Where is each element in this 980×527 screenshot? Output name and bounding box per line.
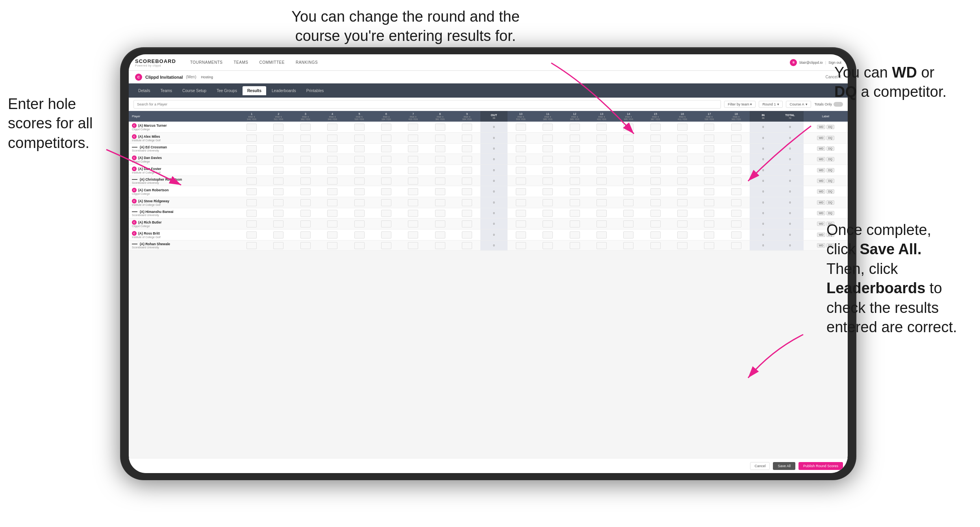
hole-12-input[interactable] bbox=[570, 220, 580, 227]
hole-15-input[interactable] bbox=[650, 188, 661, 195]
hole-10-input[interactable] bbox=[516, 124, 526, 131]
hole-14-input[interactable] bbox=[623, 242, 634, 249]
hole-17-input[interactable] bbox=[704, 242, 714, 249]
hole-12-input[interactable] bbox=[570, 135, 580, 142]
hole-18-input[interactable] bbox=[731, 145, 741, 152]
wd-button[interactable]: WD bbox=[817, 136, 826, 140]
nav-link-teams[interactable]: TEAMS bbox=[232, 59, 250, 65]
hole-16-input[interactable] bbox=[677, 188, 687, 195]
hole-13-input[interactable] bbox=[597, 188, 607, 195]
hole-13-input[interactable] bbox=[597, 178, 607, 185]
hole-4-input[interactable] bbox=[327, 231, 337, 239]
hole-8-input[interactable] bbox=[435, 220, 445, 227]
tab-printables[interactable]: Printables bbox=[302, 86, 328, 95]
wd-button[interactable]: WD bbox=[817, 222, 826, 226]
hole-11-input[interactable] bbox=[543, 242, 553, 249]
hole-16-input[interactable] bbox=[677, 210, 687, 217]
hole-14-input[interactable] bbox=[623, 220, 634, 227]
hole-6-input[interactable] bbox=[381, 242, 391, 249]
hole-13-input[interactable] bbox=[597, 167, 607, 174]
hole-12-input[interactable] bbox=[570, 145, 580, 152]
hole-3-input[interactable] bbox=[300, 220, 311, 227]
hole-14-input[interactable] bbox=[623, 135, 634, 142]
hole-12-input[interactable] bbox=[570, 242, 580, 249]
hole-2-input[interactable] bbox=[273, 199, 283, 206]
hole-2-input[interactable] bbox=[273, 145, 283, 152]
hole-6-input[interactable] bbox=[381, 199, 391, 206]
wd-button[interactable]: WD bbox=[817, 146, 826, 151]
hole-12-input[interactable] bbox=[570, 167, 580, 174]
hole-16-input[interactable] bbox=[677, 178, 687, 185]
hole-18-input[interactable] bbox=[731, 156, 741, 163]
hole-3-input[interactable] bbox=[300, 188, 311, 195]
hole-9-input[interactable] bbox=[462, 188, 472, 195]
hole-1-input[interactable] bbox=[246, 145, 257, 152]
hole-9-input[interactable] bbox=[462, 124, 472, 131]
hole-7-input[interactable] bbox=[408, 199, 418, 206]
hole-17-input[interactable] bbox=[704, 210, 714, 217]
tab-leaderboards[interactable]: Leaderboards bbox=[267, 86, 301, 95]
hole-5-input[interactable] bbox=[354, 199, 365, 206]
hole-10-input[interactable] bbox=[516, 199, 526, 206]
hole-4-input[interactable] bbox=[327, 124, 337, 131]
hole-18-input[interactable] bbox=[731, 167, 741, 174]
hole-16-input[interactable] bbox=[677, 167, 687, 174]
hole-17-input[interactable] bbox=[704, 220, 714, 227]
hole-4-input[interactable] bbox=[327, 135, 337, 142]
hole-5-input[interactable] bbox=[354, 210, 365, 217]
hole-13-input[interactable] bbox=[597, 124, 607, 131]
hole-11-input[interactable] bbox=[543, 124, 553, 131]
hole-14-input[interactable] bbox=[623, 231, 634, 239]
hole-2-input[interactable] bbox=[273, 156, 283, 163]
cancel-footer-button[interactable]: Cancel bbox=[750, 462, 770, 470]
hole-13-input[interactable] bbox=[597, 210, 607, 217]
hole-9-input[interactable] bbox=[462, 145, 472, 152]
hole-11-input[interactable] bbox=[543, 220, 553, 227]
hole-9-input[interactable] bbox=[462, 210, 472, 217]
hole-13-input[interactable] bbox=[597, 199, 607, 206]
hole-13-input[interactable] bbox=[597, 156, 607, 163]
dq-button[interactable]: DQ bbox=[826, 189, 835, 194]
hole-15-input[interactable] bbox=[650, 178, 661, 185]
hole-10-input[interactable] bbox=[516, 145, 526, 152]
hole-1-input[interactable] bbox=[246, 231, 257, 239]
hole-3-input[interactable] bbox=[300, 231, 311, 239]
hole-15-input[interactable] bbox=[650, 156, 661, 163]
toggle-switch[interactable] bbox=[834, 102, 843, 107]
hole-8-input[interactable] bbox=[435, 199, 445, 206]
hole-2-input[interactable] bbox=[273, 210, 283, 217]
hole-18-input[interactable] bbox=[731, 242, 741, 249]
hole-9-input[interactable] bbox=[462, 199, 472, 206]
hole-15-input[interactable] bbox=[650, 220, 661, 227]
hole-10-input[interactable] bbox=[516, 156, 526, 163]
hole-16-input[interactable] bbox=[677, 231, 687, 239]
hole-4-input[interactable] bbox=[327, 145, 337, 152]
hole-6-input[interactable] bbox=[381, 178, 391, 185]
hole-10-input[interactable] bbox=[516, 210, 526, 217]
dq-button[interactable]: DQ bbox=[826, 200, 835, 205]
hole-11-input[interactable] bbox=[543, 135, 553, 142]
hole-16-input[interactable] bbox=[677, 242, 687, 249]
hole-6-input[interactable] bbox=[381, 220, 391, 227]
hole-2-input[interactable] bbox=[273, 220, 283, 227]
hole-14-input[interactable] bbox=[623, 124, 634, 131]
hole-9-input[interactable] bbox=[462, 178, 472, 185]
hole-18-input[interactable] bbox=[731, 199, 741, 206]
hole-3-input[interactable] bbox=[300, 178, 311, 185]
nav-link-rankings[interactable]: RANKINGS bbox=[294, 59, 319, 65]
hole-5-input[interactable] bbox=[354, 124, 365, 131]
hole-18-input[interactable] bbox=[731, 135, 741, 142]
hole-8-input[interactable] bbox=[435, 178, 445, 185]
hole-11-input[interactable] bbox=[543, 178, 553, 185]
hole-8-input[interactable] bbox=[435, 242, 445, 249]
wd-button[interactable]: WD bbox=[817, 211, 826, 215]
wd-button[interactable]: WD bbox=[817, 125, 826, 129]
hole-11-input[interactable] bbox=[543, 231, 553, 239]
hole-5-input[interactable] bbox=[354, 145, 365, 152]
hole-17-input[interactable] bbox=[704, 188, 714, 195]
hole-12-input[interactable] bbox=[570, 178, 580, 185]
hole-16-input[interactable] bbox=[677, 156, 687, 163]
hole-1-input[interactable] bbox=[246, 156, 257, 163]
hole-5-input[interactable] bbox=[354, 242, 365, 249]
filter-team-button[interactable]: Filter by team ▾ bbox=[724, 101, 756, 108]
